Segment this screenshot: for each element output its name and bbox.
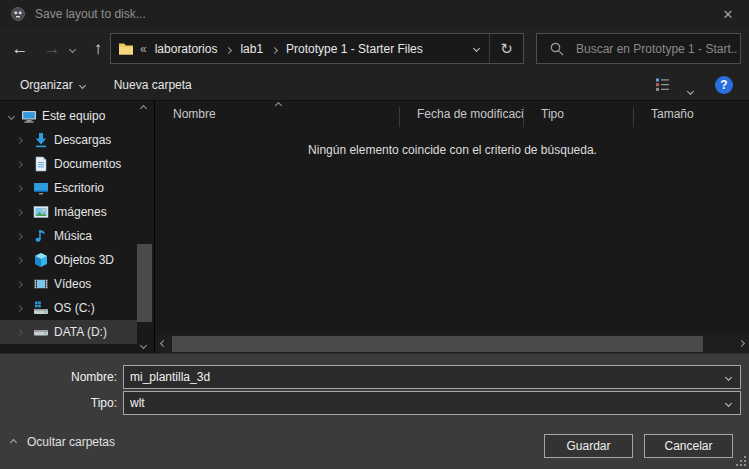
empty-folder-message: Ningún elemento coincide con el criterio…	[156, 143, 749, 157]
sidebar-item-label: Descargas	[54, 133, 111, 147]
search-icon	[550, 42, 564, 56]
chevron-right-icon[interactable]	[16, 256, 23, 263]
chevron-right-icon[interactable]	[16, 232, 23, 239]
breadcrumb-separator-icon	[226, 42, 231, 56]
scroll-left-icon[interactable]	[160, 340, 167, 347]
chevron-right-icon[interactable]	[16, 304, 23, 311]
scroll-down-icon[interactable]	[140, 342, 147, 349]
scroll-up-icon[interactable]	[140, 105, 147, 112]
sidebar-item-label: Vídeos	[54, 277, 91, 291]
refresh-icon[interactable]: ↻	[489, 34, 523, 63]
resize-grip[interactable]	[736, 456, 746, 466]
scrollbar-thumb[interactable]	[137, 244, 152, 322]
hide-folders-button[interactable]: Ocultar carpetas	[11, 430, 115, 454]
documents-icon	[33, 156, 49, 172]
chevron-down-icon	[79, 81, 86, 88]
chevron-up-icon	[10, 438, 17, 445]
sidebar-item-objetos-3d[interactable]: Objetos 3D	[0, 248, 137, 272]
downloads-icon	[33, 132, 49, 148]
sidebar-item-este-equipo[interactable]: Este equipo	[0, 104, 137, 128]
sidebar-item-label: Escritorio	[54, 181, 104, 195]
breadcrumb-item[interactable]: lab1	[240, 42, 263, 56]
sidebar-item-escritorio[interactable]: Escritorio	[0, 176, 137, 200]
chevron-right-icon[interactable]	[16, 280, 23, 287]
pictures-icon	[33, 204, 49, 220]
videos-icon	[33, 276, 49, 292]
sidebar-item-label: Objetos 3D	[54, 253, 114, 267]
desktop-icon	[33, 180, 49, 196]
sidebar-item-label: Documentos	[54, 157, 121, 171]
organize-button[interactable]: Organizar	[20, 78, 85, 92]
command-toolbar: Organizar Nueva carpeta ?	[0, 70, 749, 101]
sidebar-item-data-d[interactable]: DATA (D:)	[0, 320, 137, 344]
window-title: Save layout to disk...	[35, 7, 146, 21]
os-drive-icon	[33, 300, 49, 316]
history-chevron-down-icon[interactable]	[62, 28, 82, 70]
sidebar-item-label: OS (C:)	[54, 301, 95, 315]
breadcrumb-item[interactable]: laboratorios	[155, 42, 218, 56]
scroll-right-icon[interactable]	[738, 340, 745, 347]
sidebar-item-label: Música	[54, 229, 92, 243]
sidebar-item-label: Este equipo	[42, 109, 105, 123]
sidebar-item-label: Imágenes	[54, 205, 107, 219]
content-area: Este equipo Descargas	[0, 101, 749, 353]
help-icon[interactable]: ?	[715, 76, 733, 94]
organize-label: Organizar	[20, 78, 73, 92]
save-panel: Nombre: Tipo: Ocultar carpetas Guardar C…	[0, 353, 749, 469]
hide-folders-label: Ocultar carpetas	[27, 435, 115, 449]
chevron-right-icon[interactable]	[16, 136, 23, 143]
sidebar-scrollbar[interactable]	[137, 101, 152, 353]
breadcrumb-separator-icon	[272, 42, 277, 56]
search-box[interactable]	[536, 33, 741, 64]
sidebar-item-imagenes[interactable]: Imágenes	[0, 200, 137, 224]
sidebar-item-documentos[interactable]: Documentos	[0, 152, 137, 176]
file-name-label: Nombre:	[0, 370, 123, 384]
view-chevron-down-icon[interactable]	[688, 83, 693, 97]
file-list-pane: Nombre Fecha de modificación Tipo Tamaño…	[156, 101, 749, 353]
sidebar-item-label: DATA (D:)	[54, 325, 107, 339]
title-bar: Save layout to disk... ✕	[0, 0, 749, 28]
file-type-combobox[interactable]	[123, 391, 741, 415]
folder-icon	[118, 42, 134, 55]
navigation-pane: Este equipo Descargas	[0, 101, 155, 353]
horizontal-scrollbar[interactable]	[156, 335, 749, 353]
breadcrumb-overflow-icon[interactable]: «	[140, 42, 147, 56]
chevron-down-icon[interactable]	[8, 112, 15, 119]
address-chevron-down-icon[interactable]	[463, 46, 489, 51]
chevron-right-icon[interactable]	[16, 328, 23, 335]
address-bar[interactable]: « laboratorios lab1 Prototype 1 - Starte…	[110, 33, 524, 64]
chevron-right-icon[interactable]	[16, 160, 23, 167]
sidebar-item-musica[interactable]: Música	[0, 224, 137, 248]
new-folder-button[interactable]: Nueva carpeta	[114, 78, 192, 92]
music-icon	[33, 228, 49, 244]
scrollbar-thumb[interactable]	[172, 336, 703, 352]
column-headers: Nombre Fecha de modificación Tipo Tamaño	[156, 101, 749, 127]
search-input[interactable]	[574, 41, 740, 57]
sidebar-item-videos[interactable]: Vídeos	[0, 272, 137, 296]
sidebar-item-os-c[interactable]: OS (C:)	[0, 296, 137, 320]
save-button[interactable]: Guardar	[544, 434, 633, 458]
chevron-right-icon[interactable]	[16, 184, 23, 191]
drive-icon	[33, 324, 49, 340]
column-header-tamano[interactable]: Tamaño	[633, 107, 749, 127]
file-name-combobox[interactable]	[123, 365, 741, 389]
chevron-right-icon[interactable]	[16, 208, 23, 215]
computer-icon	[21, 108, 37, 124]
breadcrumb-item[interactable]: Prototype 1 - Starter Files	[286, 42, 423, 56]
close-icon[interactable]: ✕	[707, 0, 749, 28]
app-icon	[10, 6, 26, 22]
navigation-bar: ← → ↑ « laboratorios lab1 Prototype 1 - …	[0, 28, 749, 70]
column-header-fecha[interactable]: Fecha de modificación	[399, 107, 523, 127]
sidebar-item-descargas[interactable]: Descargas	[0, 128, 137, 152]
cancel-button[interactable]: Cancelar	[644, 434, 733, 458]
up-icon[interactable]: ↑	[84, 28, 112, 70]
column-header-nombre[interactable]: Nombre	[156, 107, 399, 127]
details-view-icon[interactable]	[655, 78, 671, 95]
3d-objects-icon	[33, 252, 49, 268]
column-header-tipo[interactable]: Tipo	[523, 107, 633, 127]
file-type-input[interactable]	[124, 395, 740, 411]
back-icon[interactable]: ←	[6, 28, 34, 70]
file-name-input[interactable]	[124, 369, 740, 385]
file-type-label: Tipo:	[0, 396, 123, 410]
